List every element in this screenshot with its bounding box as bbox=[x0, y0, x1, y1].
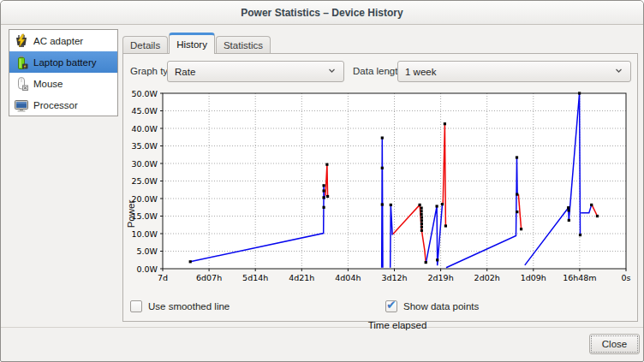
svg-text:7d: 7d bbox=[158, 273, 168, 282]
svg-text:1d09h: 1d09h bbox=[521, 273, 546, 282]
svg-text:3d12h: 3d12h bbox=[381, 273, 407, 282]
svg-text:6d07h: 6d07h bbox=[196, 273, 222, 282]
sidebar-item-label: Mouse bbox=[33, 79, 63, 89]
use-smoothed-line-checkbox[interactable]: ✔ bbox=[130, 300, 142, 312]
sidebar-item-label: Processor bbox=[33, 100, 78, 110]
svg-text:4d04h: 4d04h bbox=[335, 273, 361, 282]
ac-adapter-icon bbox=[9, 33, 33, 49]
use-smoothed-line-label: Use smoothed line bbox=[148, 301, 230, 312]
history-tab-page: Graph type: Rate Data length: 1 week 7d6… bbox=[122, 53, 638, 322]
tab-details[interactable]: Details bbox=[122, 36, 168, 54]
svg-text:40.0W: 40.0W bbox=[131, 124, 158, 134]
mouse-icon bbox=[9, 76, 33, 92]
sidebar-item-label: Laptop battery bbox=[33, 57, 97, 68]
svg-text:2d02h: 2d02h bbox=[474, 273, 500, 282]
graph-type-value: Rate bbox=[175, 67, 327, 77]
notebook-tabs: DetailsHistoryStatistics bbox=[122, 33, 271, 54]
svg-text:2d19h: 2d19h bbox=[428, 273, 454, 282]
power-statistics-window: Power Statistics – Device History AC ada… bbox=[0, 0, 644, 362]
processor-icon bbox=[9, 98, 33, 113]
laptop-battery-icon bbox=[9, 55, 33, 70]
sidebar-item-mouse[interactable]: Mouse bbox=[9, 73, 117, 94]
window-title: Power Statistics – Device History bbox=[241, 7, 402, 19]
show-data-points-checkbox[interactable]: ✔ bbox=[385, 300, 397, 312]
sidebar-item-laptop-battery[interactable]: Laptop battery bbox=[9, 51, 117, 73]
graph-type-dropdown[interactable]: Rate bbox=[167, 61, 344, 82]
svg-text:4d21h: 4d21h bbox=[289, 273, 314, 282]
svg-text:16h48m: 16h48m bbox=[563, 273, 596, 282]
show-data-points-option: ✔ Show data points bbox=[385, 300, 479, 312]
device-list: AC adapterLaptop batteryMouseProcessor bbox=[9, 29, 118, 116]
svg-text:5.0W: 5.0W bbox=[136, 246, 158, 256]
svg-text:50.0W: 50.0W bbox=[131, 89, 158, 98]
history-chart: 7d6d07h5d14h4d21h4d04h3d12h2d19h2d02h1d0… bbox=[126, 87, 640, 303]
chevron-down-icon bbox=[614, 66, 623, 77]
svg-text:35.0W: 35.0W bbox=[131, 141, 158, 151]
y-axis-title: Power bbox=[126, 163, 138, 265]
svg-text:0.0W: 0.0W bbox=[136, 264, 158, 274]
x-tick-labels: 7d6d07h5d14h4d21h4d04h3d12h2d19h2d02h1d0… bbox=[158, 269, 631, 282]
check-icon: ✔ bbox=[386, 298, 397, 312]
svg-text:5d14h: 5d14h bbox=[242, 273, 268, 282]
sidebar-item-label: AC adapter bbox=[33, 36, 83, 46]
data-length-dropdown[interactable]: 1 week bbox=[397, 61, 631, 82]
chevron-down-icon bbox=[327, 66, 337, 77]
use-smoothed-line-option: ✔ Use smoothed line bbox=[130, 300, 230, 312]
tab-history[interactable]: History bbox=[169, 33, 215, 54]
history-plot: 7d6d07h5d14h4d21h4d04h3d12h2d19h2d02h1d0… bbox=[126, 87, 640, 303]
sidebar-item-processor[interactable]: Processor bbox=[9, 94, 117, 116]
sidebar-item-ac-adapter[interactable]: AC adapter bbox=[9, 30, 117, 51]
x-axis-title: Time elapsed bbox=[312, 320, 483, 330]
svg-text:0s: 0s bbox=[622, 273, 631, 282]
show-data-points-label: Show data points bbox=[403, 301, 479, 312]
tab-statistics[interactable]: Statistics bbox=[216, 36, 271, 54]
close-button[interactable]: Close bbox=[589, 334, 640, 354]
titlebar: Power Statistics – Device History bbox=[1, 1, 643, 25]
data-length-value: 1 week bbox=[405, 67, 614, 77]
svg-text:45.0W: 45.0W bbox=[131, 106, 158, 116]
